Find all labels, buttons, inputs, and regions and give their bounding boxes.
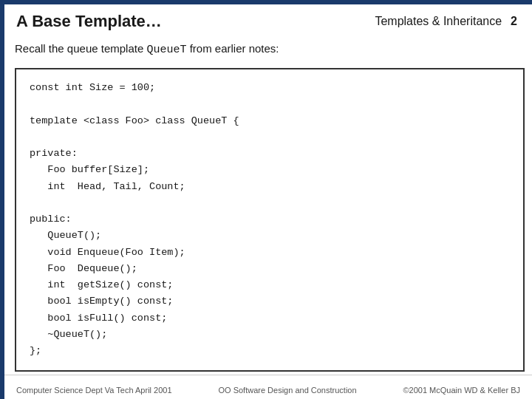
recall-code: QueueT xyxy=(146,44,186,56)
footer-left: Computer Science Dept Va Tech April 2001 xyxy=(16,386,172,395)
section-label: Templates & Inheritance xyxy=(375,15,502,28)
recall-after: from earlier notes: xyxy=(186,42,279,55)
recall-before: Recall the queue template xyxy=(15,42,146,55)
left-border xyxy=(0,0,4,399)
footer: Computer Science Dept Va Tech April 2001… xyxy=(4,386,532,395)
page-number: 2 xyxy=(511,15,517,28)
slide-title: A Base Template… xyxy=(16,12,162,31)
content-area: Recall the queue template QueueT from ea… xyxy=(15,41,525,366)
footer-right: ©2001 McQuain WD & Keller BJ xyxy=(403,386,520,395)
footer-divider xyxy=(4,375,532,375)
header: A Base Template… Templates & Inheritance… xyxy=(4,4,532,35)
header-right: Templates & Inheritance 2 xyxy=(375,15,517,28)
footer-center: OO Software Design and Construction xyxy=(218,386,356,395)
code-block: const int Size = 100; template <class Fo… xyxy=(15,68,525,372)
recall-text: Recall the queue template QueueT from ea… xyxy=(15,41,525,58)
slide-container: A Base Template… Templates & Inheritance… xyxy=(0,0,532,399)
